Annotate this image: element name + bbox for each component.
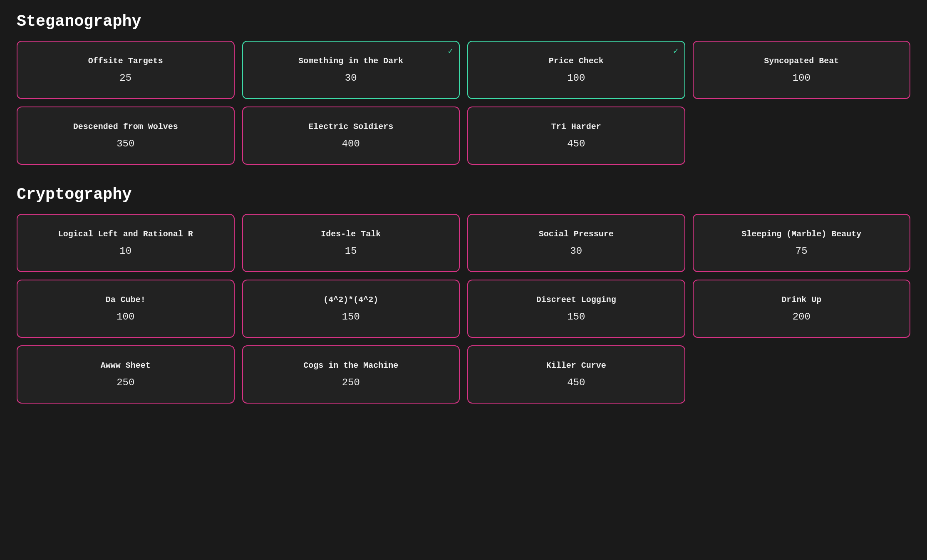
challenge-card[interactable]: Killer Curve450: [467, 345, 685, 404]
card-title: Awww Sheet: [101, 361, 151, 370]
card-points: 10: [119, 245, 131, 257]
card-title: Drink Up: [781, 295, 821, 305]
challenge-card[interactable]: Offsite Targets25: [17, 41, 235, 99]
card-title: Syncopated Beat: [764, 56, 839, 66]
card-title: Cogs in the Machine: [303, 361, 398, 370]
card-title: Tri Harder: [551, 122, 601, 131]
card-title: Price Check: [549, 56, 604, 66]
cryptography-grid: Logical Left and Rational R10Ides-le Tal…: [17, 214, 910, 404]
steganography-title: Steganography: [17, 12, 910, 31]
card-points: 250: [342, 377, 360, 388]
cryptography-section: Cryptography Logical Left and Rational R…: [17, 186, 910, 404]
check-icon: ✓: [673, 46, 679, 56]
card-points: 400: [342, 138, 360, 149]
card-title: Something in the Dark: [298, 56, 403, 66]
card-title: (4^2)*(4^2): [323, 295, 378, 305]
steganography-grid: Offsite Targets25✓Something in the Dark3…: [17, 41, 910, 165]
cryptography-title: Cryptography: [17, 186, 910, 204]
challenge-card[interactable]: ✓Price Check100: [467, 41, 685, 99]
challenge-card[interactable]: ✓Something in the Dark30: [242, 41, 460, 99]
challenge-card[interactable]: Social Pressure30: [467, 214, 685, 272]
challenge-card[interactable]: Discreet Logging150: [467, 280, 685, 338]
challenge-card[interactable]: Electric Soldiers400: [242, 107, 460, 165]
card-points: 150: [567, 311, 585, 322]
challenge-card[interactable]: Sleeping (Marble) Beauty75: [693, 214, 911, 272]
card-title: Offsite Targets: [88, 56, 163, 66]
card-points: 30: [345, 72, 357, 84]
card-points: 15: [345, 245, 357, 257]
card-title: Sleeping (Marble) Beauty: [741, 229, 861, 239]
card-points: 100: [116, 311, 134, 322]
card-points: 200: [793, 311, 811, 322]
card-title: Discreet Logging: [536, 295, 616, 305]
card-points: 25: [119, 72, 131, 84]
card-points: 75: [796, 245, 808, 257]
card-points: 100: [793, 72, 811, 84]
card-title: Descended from Wolves: [73, 122, 178, 131]
challenge-card[interactable]: Awww Sheet250: [17, 345, 235, 404]
challenge-card[interactable]: Da Cube!100: [17, 280, 235, 338]
card-points: 150: [342, 311, 360, 322]
empty-card: [693, 345, 911, 404]
card-title: Da Cube!: [106, 295, 146, 305]
challenge-card[interactable]: Logical Left and Rational R10: [17, 214, 235, 272]
card-points: 250: [116, 377, 134, 388]
card-title: Killer Curve: [546, 361, 606, 370]
card-points: 30: [570, 245, 582, 257]
steganography-section: Steganography Offsite Targets25✓Somethin…: [17, 12, 910, 165]
card-title: Logical Left and Rational R: [58, 229, 193, 239]
challenge-card[interactable]: Cogs in the Machine250: [242, 345, 460, 404]
challenge-card[interactable]: Tri Harder450: [467, 107, 685, 165]
challenge-card[interactable]: Ides-le Talk15: [242, 214, 460, 272]
card-title: Electric Soldiers: [308, 122, 393, 131]
challenge-card[interactable]: Syncopated Beat100: [693, 41, 911, 99]
check-icon: ✓: [448, 46, 453, 56]
challenge-card[interactable]: (4^2)*(4^2)150: [242, 280, 460, 338]
card-title: Social Pressure: [539, 229, 614, 239]
card-title: Ides-le Talk: [321, 229, 381, 239]
card-points: 100: [567, 72, 585, 84]
challenge-card[interactable]: Drink Up200: [693, 280, 911, 338]
card-points: 450: [567, 377, 585, 388]
card-points: 350: [116, 138, 134, 149]
challenge-card[interactable]: Descended from Wolves350: [17, 107, 235, 165]
empty-card: [693, 107, 911, 165]
card-points: 450: [567, 138, 585, 149]
